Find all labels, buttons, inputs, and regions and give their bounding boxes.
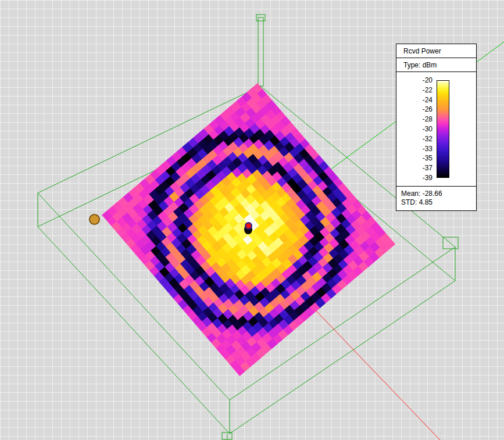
colorbar-tick: -37 (396, 164, 432, 171)
colorbar-tick: -22 (396, 87, 432, 94)
antenna-pole (258, 17, 263, 86)
legend-panel: Rcvd Power Type: dBm -20-22-24-26-28-30-… (396, 44, 477, 211)
legend-type-label: Type: dBm (396, 58, 476, 72)
scene-viewport[interactable]: Rcvd Power Type: dBm -20-22-24-26-28-30-… (0, 0, 504, 440)
colorbar (437, 80, 449, 178)
colorbar-tick: -20 (396, 77, 432, 84)
legend-title: Rcvd Power (396, 44, 476, 58)
tx-marker-dot (245, 222, 252, 230)
mean-value: Mean: -28.66 (401, 189, 471, 198)
colorbar-tick: -24 (396, 96, 432, 103)
colorbar-tick: -35 (396, 155, 432, 162)
rx-marker[interactable] (89, 214, 100, 225)
colorbar-tick: -39 (396, 174, 432, 181)
colorbar-tick: -33 (396, 145, 432, 152)
colorbar-tick: -32 (396, 135, 432, 142)
legend-stats: Mean: -28.66 STD: 4.85 (396, 186, 476, 210)
std-value: STD: 4.85 (401, 198, 471, 207)
colorbar-tick: -26 (396, 106, 432, 113)
colorbar-tick: -28 (396, 116, 432, 123)
colorbar-section: -20-22-24-26-28-30-32-33-35-37-39 (396, 72, 476, 186)
colorbar-tick: -30 (396, 126, 432, 133)
